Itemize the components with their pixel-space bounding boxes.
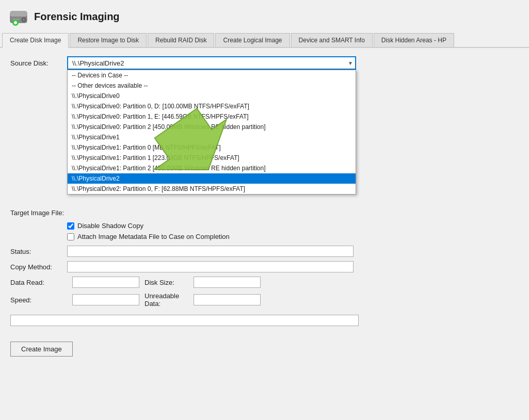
- tab-bar: Create Disk Image Restore Image to Disk …: [0, 33, 529, 48]
- tab-device-smart[interactable]: Device and SMART Info: [291, 33, 373, 47]
- tab-create-logical[interactable]: Create Logical Image: [215, 33, 290, 47]
- data-read-row: Data Read: Disk Size:: [10, 277, 519, 288]
- disable-shadow-copy-checkbox[interactable]: [67, 222, 74, 230]
- attach-metadata-row: Attach Image Metadata File to Case on Co…: [67, 233, 519, 240]
- dropdown-item-pd1-p2[interactable]: \\.\PhysicalDrive1: Partition 2 [450.00M…: [68, 163, 356, 173]
- disk-size-label: Disk Size:: [145, 279, 188, 286]
- data-read-label: Data Read:: [10, 279, 67, 286]
- svg-point-3: [23, 19, 25, 21]
- data-read-input[interactable]: [72, 277, 139, 288]
- unreadable-data-input[interactable]: [194, 294, 261, 305]
- source-disk-row: Source Disk: \\.\PhysicalDrive2 ▼ -- Dev…: [10, 56, 519, 70]
- speed-row: Speed: Unreadable Data:: [10, 292, 519, 308]
- dropdown-item-other-devices[interactable]: -- Other devices available --: [68, 80, 356, 91]
- tab-rebuild-raid[interactable]: Rebuild RAID Disk: [148, 33, 214, 47]
- copy-method-row: Copy Method:: [10, 261, 519, 272]
- target-image-row: Target Image File:: [10, 209, 519, 217]
- status-label: Status:: [10, 248, 67, 255]
- dropdown-item-pd0[interactable]: \\.\PhysicalDrive0: [68, 91, 356, 101]
- content-area: Source Disk: \\.\PhysicalDrive2 ▼ -- Dev…: [0, 48, 529, 420]
- copy-method-label: Copy Method:: [10, 263, 67, 271]
- dropdown-item-pd1-p0[interactable]: \\.\PhysicalDrive1: Partition 0 [MB NTFS…: [68, 142, 356, 153]
- create-image-button[interactable]: Create Image: [10, 342, 73, 357]
- attach-metadata-label[interactable]: Attach Image Metadata File to Case on Co…: [77, 233, 230, 240]
- source-disk-display[interactable]: \\.\PhysicalDrive2: [67, 56, 356, 70]
- status-input[interactable]: [67, 246, 354, 257]
- dropdown-item-pd1-p1[interactable]: \\.\PhysicalDrive1: Partition 1 [223.03G…: [68, 153, 356, 163]
- source-disk-dropdown[interactable]: -- Devices in Case -- -- Other devices a…: [67, 70, 356, 195]
- unreadable-data-label: Unreadable Data:: [145, 292, 188, 308]
- dropdown-item-pd2-p0[interactable]: \\.\PhysicalDrive2: Partition 0, F: [62.…: [68, 184, 356, 194]
- title-bar: Forensic Imaging: [0, 0, 529, 33]
- app-title: Forensic Imaging: [34, 11, 120, 23]
- target-image-label: Target Image File:: [10, 209, 67, 217]
- disable-shadow-copy-label[interactable]: Disable Shadow Copy: [77, 222, 143, 230]
- dropdown-item-pd0-p1[interactable]: \\.\PhysicalDrive0: Partition 1, E: [446…: [68, 111, 356, 122]
- disk-size-input[interactable]: [194, 277, 261, 288]
- main-window: Forensic Imaging Create Disk Image Resto…: [0, 0, 529, 420]
- progress-bar-container: [10, 315, 359, 326]
- tab-create-disk-image[interactable]: Create Disk Image: [2, 33, 69, 48]
- svg-rect-1: [10, 11, 27, 17]
- app-icon: [8, 6, 29, 27]
- tab-restore-image[interactable]: Restore Image to Disk: [70, 33, 147, 47]
- dropdown-item-pd1[interactable]: \\.\PhysicalDrive1: [68, 132, 356, 142]
- dropdown-item-pd0-p2[interactable]: \\.\PhysicalDrive0: Partition 2 [450.00M…: [68, 122, 356, 132]
- status-row: Status:: [10, 246, 519, 257]
- status-section: Status: Copy Method:: [10, 246, 519, 272]
- tab-disk-hidden[interactable]: Disk Hidden Areas - HP: [374, 33, 454, 47]
- copy-method-input[interactable]: [67, 261, 354, 272]
- source-disk-label: Source Disk:: [10, 59, 67, 67]
- speed-input[interactable]: [72, 294, 139, 305]
- dropdown-item-pd2[interactable]: \\.\PhysicalDrive2: [68, 173, 356, 184]
- dropdown-item-pd0-p0[interactable]: \\.\PhysicalDrive0: Partition 0, D: [100…: [68, 101, 356, 111]
- svg-rect-7: [14, 22, 17, 24]
- dropdown-item-devices-in-case[interactable]: -- Devices in Case --: [68, 70, 356, 80]
- disable-shadow-copy-row: Disable Shadow Copy: [67, 222, 519, 230]
- source-disk-wrapper: \\.\PhysicalDrive2 ▼ -- Devices in Case …: [67, 56, 356, 70]
- speed-label: Speed:: [10, 296, 67, 304]
- attach-metadata-checkbox[interactable]: [67, 233, 74, 240]
